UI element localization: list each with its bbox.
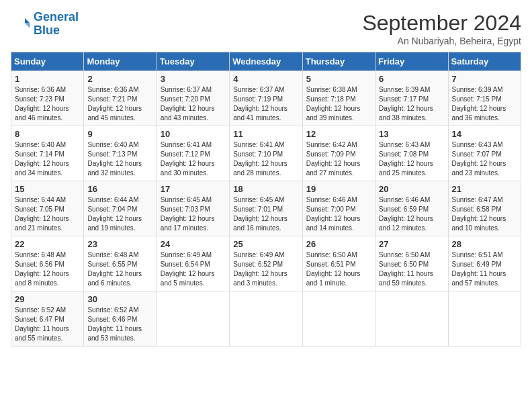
table-row: 9Sunrise: 6:40 AM Sunset: 7:13 PM Daylig… xyxy=(84,126,157,181)
col-monday: Monday xyxy=(84,52,157,71)
day-number: 5 xyxy=(306,74,371,84)
table-row: 26Sunrise: 6:50 AM Sunset: 6:51 PM Dayli… xyxy=(302,236,375,291)
day-number: 6 xyxy=(379,74,444,84)
table-row: 24Sunrise: 6:49 AM Sunset: 6:54 PM Dayli… xyxy=(157,236,229,291)
table-row: 7Sunrise: 6:39 AM Sunset: 7:15 PM Daylig… xyxy=(448,71,521,126)
col-sunday: Sunday xyxy=(11,52,84,71)
day-info: Sunrise: 6:44 AM Sunset: 7:05 PM Dayligh… xyxy=(15,195,80,233)
table-row: 23Sunrise: 6:48 AM Sunset: 6:55 PM Dayli… xyxy=(84,236,157,291)
table-row: 25Sunrise: 6:49 AM Sunset: 6:52 PM Dayli… xyxy=(230,236,302,291)
logo-line2: Blue xyxy=(34,24,60,37)
day-number: 13 xyxy=(379,129,444,139)
day-info: Sunrise: 6:51 AM Sunset: 6:49 PM Dayligh… xyxy=(452,250,517,288)
day-info: Sunrise: 6:36 AM Sunset: 7:23 PM Dayligh… xyxy=(15,85,80,123)
table-row xyxy=(375,291,448,347)
day-info: Sunrise: 6:40 AM Sunset: 7:13 PM Dayligh… xyxy=(87,140,152,178)
table-row: 8Sunrise: 6:40 AM Sunset: 7:14 PM Daylig… xyxy=(11,126,84,181)
day-number: 3 xyxy=(161,74,226,84)
logo-text: General Blue xyxy=(34,11,79,38)
logo: General Blue xyxy=(11,11,79,38)
table-row: 11Sunrise: 6:41 AM Sunset: 7:10 PM Dayli… xyxy=(230,126,302,181)
day-info: Sunrise: 6:45 AM Sunset: 7:01 PM Dayligh… xyxy=(233,195,298,233)
day-number: 23 xyxy=(87,239,152,249)
table-row: 1Sunrise: 6:36 AM Sunset: 7:23 PM Daylig… xyxy=(11,71,84,126)
day-info: Sunrise: 6:43 AM Sunset: 7:08 PM Dayligh… xyxy=(379,140,444,178)
day-info: Sunrise: 6:39 AM Sunset: 7:15 PM Dayligh… xyxy=(452,85,517,123)
table-row: 27Sunrise: 6:50 AM Sunset: 6:50 PM Dayli… xyxy=(375,236,448,291)
day-info: Sunrise: 6:46 AM Sunset: 7:00 PM Dayligh… xyxy=(306,195,371,233)
table-row: 4Sunrise: 6:37 AM Sunset: 7:19 PM Daylig… xyxy=(230,71,302,126)
day-number: 15 xyxy=(15,184,80,194)
calendar-week-row: 29Sunrise: 6:52 AM Sunset: 6:47 PM Dayli… xyxy=(11,291,521,347)
title-section: September 2024 An Nubariyah, Beheira, Eg… xyxy=(362,11,521,46)
table-row: 22Sunrise: 6:48 AM Sunset: 6:56 PM Dayli… xyxy=(11,236,84,291)
location-subtitle: An Nubariyah, Beheira, Egypt xyxy=(362,36,521,46)
table-row xyxy=(157,291,229,347)
table-row: 6Sunrise: 6:39 AM Sunset: 7:17 PM Daylig… xyxy=(375,71,448,126)
table-row: 20Sunrise: 6:46 AM Sunset: 6:59 PM Dayli… xyxy=(375,181,448,236)
day-info: Sunrise: 6:47 AM Sunset: 6:58 PM Dayligh… xyxy=(452,195,517,233)
table-row xyxy=(302,291,375,347)
day-number: 17 xyxy=(161,184,226,194)
day-number: 19 xyxy=(306,184,371,194)
day-number: 21 xyxy=(452,184,517,194)
calendar-header-row: Sunday Monday Tuesday Wednesday Thursday… xyxy=(11,52,521,71)
day-info: Sunrise: 6:42 AM Sunset: 7:09 PM Dayligh… xyxy=(306,140,371,178)
table-row: 21Sunrise: 6:47 AM Sunset: 6:58 PM Dayli… xyxy=(448,181,521,236)
day-info: Sunrise: 6:37 AM Sunset: 7:20 PM Dayligh… xyxy=(161,85,226,123)
table-row: 15Sunrise: 6:44 AM Sunset: 7:05 PM Dayli… xyxy=(11,181,84,236)
day-info: Sunrise: 6:48 AM Sunset: 6:56 PM Dayligh… xyxy=(15,250,80,288)
day-info: Sunrise: 6:41 AM Sunset: 7:12 PM Dayligh… xyxy=(161,140,226,178)
table-row: 2Sunrise: 6:36 AM Sunset: 7:21 PM Daylig… xyxy=(84,71,157,126)
table-row: 19Sunrise: 6:46 AM Sunset: 7:00 PM Dayli… xyxy=(302,181,375,236)
day-info: Sunrise: 6:52 AM Sunset: 6:46 PM Dayligh… xyxy=(87,306,152,343)
day-number: 26 xyxy=(306,239,371,249)
day-number: 27 xyxy=(379,239,444,249)
day-number: 28 xyxy=(452,239,517,249)
day-number: 24 xyxy=(161,239,226,249)
table-row xyxy=(230,291,302,347)
table-row: 13Sunrise: 6:43 AM Sunset: 7:08 PM Dayli… xyxy=(375,126,448,181)
day-info: Sunrise: 6:49 AM Sunset: 6:54 PM Dayligh… xyxy=(161,250,226,288)
table-row: 17Sunrise: 6:45 AM Sunset: 7:03 PM Dayli… xyxy=(157,181,229,236)
table-row: 30Sunrise: 6:52 AM Sunset: 6:46 PM Dayli… xyxy=(84,291,157,347)
calendar-week-row: 22Sunrise: 6:48 AM Sunset: 6:56 PM Dayli… xyxy=(11,236,521,291)
day-info: Sunrise: 6:38 AM Sunset: 7:18 PM Dayligh… xyxy=(306,85,371,123)
day-info: Sunrise: 6:49 AM Sunset: 6:52 PM Dayligh… xyxy=(233,250,298,288)
day-number: 20 xyxy=(379,184,444,194)
day-info: Sunrise: 6:37 AM Sunset: 7:19 PM Dayligh… xyxy=(233,85,298,123)
month-title: September 2024 xyxy=(362,11,521,36)
logo-line1: General xyxy=(34,10,79,24)
day-info: Sunrise: 6:41 AM Sunset: 7:10 PM Dayligh… xyxy=(233,140,298,178)
calendar-week-row: 15Sunrise: 6:44 AM Sunset: 7:05 PM Dayli… xyxy=(11,181,521,236)
calendar-table: Sunday Monday Tuesday Wednesday Thursday… xyxy=(11,52,521,347)
day-number: 10 xyxy=(161,129,226,139)
day-number: 22 xyxy=(15,239,80,249)
day-info: Sunrise: 6:48 AM Sunset: 6:55 PM Dayligh… xyxy=(87,250,152,288)
table-row: 18Sunrise: 6:45 AM Sunset: 7:01 PM Dayli… xyxy=(230,181,302,236)
col-saturday: Saturday xyxy=(448,52,521,71)
table-row: 29Sunrise: 6:52 AM Sunset: 6:47 PM Dayli… xyxy=(11,291,84,347)
col-tuesday: Tuesday xyxy=(157,52,229,71)
day-number: 11 xyxy=(233,129,298,139)
table-row: 3Sunrise: 6:37 AM Sunset: 7:20 PM Daylig… xyxy=(157,71,229,126)
day-number: 8 xyxy=(15,129,80,139)
table-row: 28Sunrise: 6:51 AM Sunset: 6:49 PM Dayli… xyxy=(448,236,521,291)
day-number: 4 xyxy=(233,74,298,84)
day-number: 12 xyxy=(306,129,371,139)
svg-marker-1 xyxy=(25,23,30,28)
col-friday: Friday xyxy=(375,52,448,71)
col-wednesday: Wednesday xyxy=(230,52,302,71)
table-row: 14Sunrise: 6:43 AM Sunset: 7:07 PM Dayli… xyxy=(448,126,521,181)
calendar-week-row: 8Sunrise: 6:40 AM Sunset: 7:14 PM Daylig… xyxy=(11,126,521,181)
day-number: 30 xyxy=(87,294,152,304)
day-info: Sunrise: 6:44 AM Sunset: 7:04 PM Dayligh… xyxy=(87,195,152,233)
day-info: Sunrise: 6:39 AM Sunset: 7:17 PM Dayligh… xyxy=(379,85,444,123)
day-info: Sunrise: 6:46 AM Sunset: 6:59 PM Dayligh… xyxy=(379,195,444,233)
day-info: Sunrise: 6:36 AM Sunset: 7:21 PM Dayligh… xyxy=(87,85,152,123)
day-info: Sunrise: 6:40 AM Sunset: 7:14 PM Dayligh… xyxy=(15,140,80,178)
page-header: General Blue September 2024 An Nubariyah… xyxy=(11,11,521,46)
day-info: Sunrise: 6:50 AM Sunset: 6:50 PM Dayligh… xyxy=(379,250,444,288)
day-number: 18 xyxy=(233,184,298,194)
svg-marker-0 xyxy=(25,18,30,24)
